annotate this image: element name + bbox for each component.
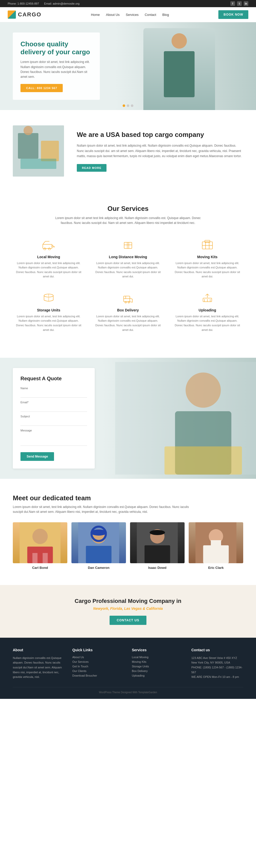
footer: About Nullam dignissim convallis est.Qui… — [0, 638, 256, 699]
phone-label: Phone: 1-800-12456-897 — [8, 2, 39, 5]
subject-label: Subject — [21, 415, 87, 418]
main-nav: Home About Us Services Contact Blog — [91, 13, 169, 17]
footer-services-col: Services Local Moving Moving Kits Storag… — [132, 648, 184, 679]
email-label: Email: admin@demosite.org — [44, 2, 79, 5]
isaac-name: Isaac Dowd — [130, 566, 184, 569]
service-long-distance: Long Distance Moving Lorem ipsum dolor s… — [92, 236, 164, 281]
service-desc-2: Lorem ipsum dolor sit amet, test link ad… — [174, 261, 240, 279]
service-name-2: Moving Kits — [174, 255, 240, 259]
hero-text: Lorem ipsum dolor sit amet, test link ad… — [21, 60, 92, 79]
cta-section: Cargo Professional Moving Company in New… — [0, 585, 256, 638]
name-input[interactable] — [21, 391, 87, 398]
svg-rect-39 — [27, 547, 53, 563]
hero-dots — [123, 104, 133, 107]
hero-person-image — [143, 28, 215, 110]
team-title: Meet our dedicated team — [13, 494, 243, 502]
service-uploading: Uploading Lorem ipsum dolor sit amet, te… — [172, 289, 243, 335]
footer-svc-upload[interactable]: Uploading — [132, 674, 184, 677]
book-now-button[interactable]: BOOK NOW — [218, 10, 248, 19]
subject-input[interactable] — [21, 419, 87, 426]
footer-about-title: About — [13, 648, 65, 652]
hero-cta-button[interactable]: CALL: 800 1234 567 — [21, 84, 63, 92]
subject-field-group: Subject — [21, 415, 87, 426]
message-field-group: Message — [21, 429, 87, 446]
about-section: We are a USA based top cargo company Nul… — [0, 110, 256, 192]
email-field-group: Email* — [21, 401, 87, 412]
dan-name: Dan Cameron — [72, 566, 126, 569]
logo-text: CARGO — [18, 11, 41, 18]
linkedin-icon[interactable]: in — [244, 1, 248, 6]
svg-point-7 — [44, 248, 46, 250]
footer-svc-kits[interactable]: Moving Kits — [132, 660, 184, 663]
footer-contact-hours: WE ARE OPEN Mon-Fri 10 am - 8 pm — [192, 675, 244, 679]
team-section: Meet our dedicated team Lorem ipsum dolo… — [0, 479, 256, 585]
storage-icon — [41, 292, 56, 305]
message-textarea[interactable] — [21, 433, 87, 446]
service-name-1: Long Distance Moving — [95, 255, 161, 259]
twitter-icon[interactable]: t — [237, 1, 241, 6]
box-delivery-icon — [120, 292, 136, 305]
service-local-moving: Local Moving Lorem ipsum dolor sit amet,… — [13, 236, 84, 281]
cta-title: Cargo Professional Moving Company in — [8, 598, 248, 604]
hero-content: Choose quality delivery of your cargo Lo… — [0, 22, 108, 110]
footer-svc-storage[interactable]: Storage Units — [132, 665, 184, 668]
service-moving-kits: Moving Kits Lorem ipsum dolor sit amet, … — [172, 236, 243, 281]
footer-link-broucher[interactable]: Download Broucher — [73, 674, 124, 677]
footer-svc-local[interactable]: Local Moving — [132, 656, 184, 659]
footer-link-services[interactable]: Our Services — [73, 660, 124, 663]
nav-about[interactable]: About Us — [106, 13, 119, 17]
svg-rect-53 — [203, 545, 229, 563]
contact-us-button[interactable]: CONTACT US — [110, 616, 146, 625]
hero-dot-2[interactable] — [127, 104, 129, 107]
footer-link-touch[interactable]: Get In Touch — [73, 665, 124, 668]
isaac-photo — [130, 522, 184, 563]
dan-illustration — [72, 522, 126, 563]
carl-name: Carl Bond — [13, 566, 67, 569]
read-more-button[interactable]: READ MORE — [77, 164, 107, 172]
team-grid: Carl Bond Dan Cameron — [13, 522, 243, 569]
svg-point-8 — [48, 248, 51, 250]
svg-rect-44 — [86, 546, 112, 563]
service-desc-1: Lorem ipsum dolor sit amet, test link ad… — [95, 261, 161, 279]
service-storage: Storage Units Lorem ipsum dolor sit amet… — [13, 289, 84, 335]
service-desc-3: Lorem ipsum dolor sit amet, test link ad… — [16, 314, 82, 332]
footer-contact-phone: PHONE: (1800) 1234-567 - (1800) 1234-567 — [192, 665, 244, 675]
hero-box: Choose quality delivery of your cargo Lo… — [13, 32, 100, 100]
footer-bottom-text: WordPress Theme Designed With TemplateGa… — [99, 691, 157, 694]
hero-dot-1[interactable] — [123, 104, 125, 107]
team-member-isaac: Isaac Dowd — [130, 522, 184, 569]
email-label: Email* — [21, 401, 87, 404]
facebook-icon[interactable]: f — [230, 1, 235, 6]
about-desc: Nullam ipsum dolor sit amet, test link a… — [77, 143, 243, 159]
hero-image-area — [103, 22, 256, 110]
hero-title: Choose quality delivery of your cargo — [21, 40, 92, 56]
svg-rect-36 — [165, 446, 242, 475]
send-message-button[interactable]: Send Message — [21, 452, 54, 461]
footer-link-clients[interactable]: Our Clients — [73, 670, 124, 673]
nav-home[interactable]: Home — [91, 13, 100, 17]
footer-quicklinks-title: Quick Links — [73, 648, 124, 652]
service-name-4: Box Delivery — [95, 308, 161, 312]
nav-blog[interactable]: Blog — [162, 13, 169, 17]
svg-line-9 — [43, 241, 45, 244]
uploading-icon — [200, 292, 215, 305]
nav-contact[interactable]: Contact — [145, 13, 156, 17]
hero-dot-3[interactable] — [131, 104, 133, 107]
services-section: Our Services Lorem ipsum dolor sit amet … — [0, 192, 256, 347]
footer-link-about[interactable]: About Us — [73, 656, 124, 659]
footer-svc-box[interactable]: Box Delivery — [132, 670, 184, 673]
carl-photo — [13, 522, 67, 563]
long-distance-icon — [120, 239, 136, 251]
nav-services[interactable]: Services — [126, 13, 139, 17]
about-text: We are a USA based top cargo company Nul… — [77, 130, 243, 172]
header: CARGO Home About Us Services Contact Blo… — [0, 7, 256, 22]
svg-point-34 — [186, 373, 221, 408]
name-field-group: Name — [21, 387, 87, 398]
footer-contact-col: Contact us 123 ABC Ave Street Veiw # 450… — [192, 648, 244, 679]
quote-section: Request A Quote Name Email* Subject Mess… — [0, 358, 256, 479]
eric-photo — [189, 522, 243, 563]
email-input[interactable] — [21, 405, 87, 412]
svg-rect-54 — [211, 540, 221, 545]
service-desc-4: Lorem ipsum dolor sit amet, test link ad… — [95, 314, 161, 332]
logo[interactable]: CARGO — [8, 10, 41, 19]
